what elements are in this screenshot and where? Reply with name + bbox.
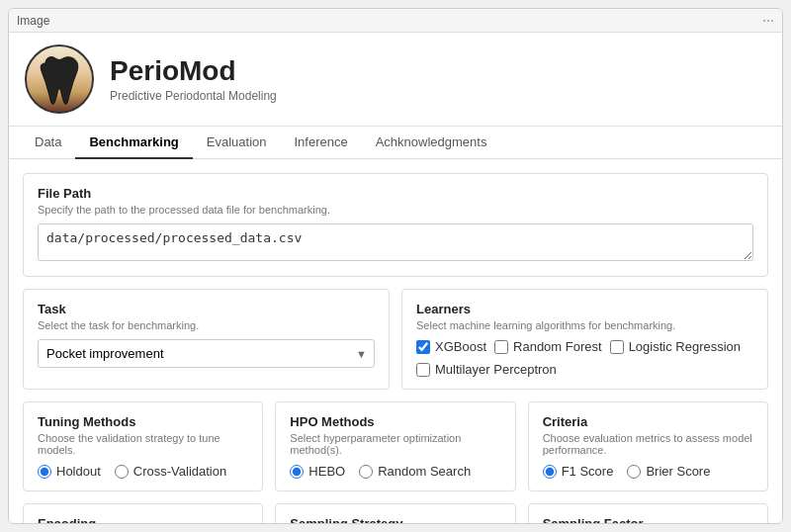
sampling-factor-section: Sampling Factor Specify a factor for res…: [528, 503, 768, 523]
task-title: Task: [38, 302, 375, 316]
task-learners-row: Task Select the task for benchmarking. P…: [23, 289, 768, 390]
learner-xgboost[interactable]: XGBoost: [416, 339, 486, 354]
hpo-title: HPO Methods: [290, 414, 500, 429]
learners-section: Learners Select machine learning algorit…: [401, 289, 768, 390]
learners-checkboxes: XGBoost Random Forest Logistic Regressio…: [416, 339, 753, 377]
task-desc: Select the task for benchmarking.: [38, 319, 375, 331]
learner-random-forest[interactable]: Random Forest: [494, 339, 602, 354]
tab-benchmarking[interactable]: Benchmarking: [75, 127, 192, 159]
learner-logistic-regression-checkbox[interactable]: [610, 340, 624, 354]
learner-xgboost-checkbox[interactable]: [416, 340, 430, 354]
sampling-strategy-title: Sampling Strategy: [290, 516, 500, 523]
criteria-section: Criteria Choose evaluation metrics to as…: [528, 401, 768, 491]
criteria-desc: Choose evaluation metrics to assess mode…: [543, 432, 753, 456]
hpo-rs-radio[interactable]: [359, 465, 373, 479]
learners-desc: Select machine learning algorithms for b…: [416, 319, 753, 331]
criteria-brier[interactable]: Brier Score: [627, 464, 710, 479]
criteria-radio-group: F1 Score Brier Score: [543, 464, 753, 479]
tuning-radio-group: Holdout Cross-Validation: [38, 464, 248, 479]
criteria-f1-label: F1 Score: [562, 464, 614, 479]
hpo-hebo[interactable]: HEBO: [290, 464, 345, 479]
hpo-rs-label: Random Search: [378, 464, 471, 479]
tuning-cv-radio[interactable]: [115, 465, 129, 479]
tuning-cross-validation[interactable]: Cross-Validation: [115, 464, 226, 479]
tuning-holdout-label: Holdout: [56, 464, 101, 479]
main-content: File Path Specify the path to the proces…: [9, 159, 782, 523]
learner-random-forest-checkbox[interactable]: [494, 340, 508, 354]
criteria-brier-radio[interactable]: [627, 465, 641, 479]
sampling-factor-title: Sampling Factor: [543, 516, 753, 523]
hpo-hebo-radio[interactable]: [290, 465, 304, 479]
hpo-hebo-label: HEBO: [308, 464, 345, 479]
window-title: Image: [17, 14, 49, 28]
task-select[interactable]: Pocket improvement: [38, 339, 375, 368]
learner-xgboost-label: XGBoost: [435, 339, 486, 354]
hpo-radio-group: HEBO Random Search: [290, 464, 500, 479]
tab-bar: Data Benchmarking Evaluation Inference A…: [9, 127, 782, 159]
criteria-title: Criteria: [543, 414, 753, 429]
tuning-holdout[interactable]: Holdout: [38, 464, 101, 479]
tuning-title: Tuning Methods: [38, 414, 248, 429]
tab-inference[interactable]: Inference: [281, 127, 362, 159]
criteria-f1[interactable]: F1 Score: [543, 464, 614, 479]
titlebar: Image ⋯: [9, 9, 782, 33]
tuning-desc: Choose the validation strategy to tune m…: [38, 432, 248, 456]
encoding-sampling-row: Encoding Select encoding type(s) for cat…: [23, 503, 768, 523]
tuning-cv-label: Cross-Validation: [133, 464, 226, 479]
window-controls[interactable]: ⋯: [762, 14, 774, 28]
file-path-section: File Path Specify the path to the proces…: [23, 173, 768, 277]
task-select-wrapper: Pocket improvement ▼: [38, 339, 375, 368]
encoding-section: Encoding Select encoding type(s) for cat…: [23, 503, 263, 523]
learner-logistic-regression-label: Logistic Regression: [629, 339, 741, 354]
tuning-section: Tuning Methods Choose the validation str…: [23, 401, 263, 491]
tab-data[interactable]: Data: [21, 127, 75, 159]
app-logo: [25, 44, 94, 114]
tuning-holdout-radio[interactable]: [38, 465, 51, 479]
task-section: Task Select the task for benchmarking. P…: [23, 289, 390, 390]
hpo-section: HPO Methods Select hyperparameter optimi…: [275, 401, 515, 491]
learner-logistic-regression[interactable]: Logistic Regression: [610, 339, 741, 354]
learners-title: Learners: [416, 302, 753, 316]
encoding-title: Encoding: [38, 516, 248, 523]
learner-multilayer-perceptron-label: Multilayer Perceptron: [435, 362, 557, 377]
learner-multilayer-perceptron-checkbox[interactable]: [416, 363, 430, 377]
app-name-block: PerioMod Predictive Periodontal Modeling: [110, 55, 277, 103]
learner-random-forest-label: Random Forest: [513, 339, 602, 354]
hpo-random-search[interactable]: Random Search: [359, 464, 471, 479]
app-name: PerioMod: [110, 55, 277, 87]
tab-evaluation[interactable]: Evaluation: [193, 127, 281, 159]
file-path-desc: Specify the path to the processed data f…: [38, 204, 753, 216]
tuning-hpo-criteria-row: Tuning Methods Choose the validation str…: [23, 401, 768, 491]
file-path-title: File Path: [38, 186, 753, 201]
file-path-input[interactable]: data/processed/processed_data.csv: [38, 223, 753, 261]
learner-multilayer-perceptron[interactable]: Multilayer Perceptron: [416, 362, 557, 377]
sampling-strategy-section: Sampling Strategy Choose a sampling stra…: [275, 503, 515, 523]
hpo-desc: Select hyperparameter optimization metho…: [290, 432, 500, 456]
main-window: Image ⋯ PerioMod Predictive Periodontal …: [8, 8, 783, 524]
app-header: PerioMod Predictive Periodontal Modeling: [9, 33, 782, 127]
tab-acknowledgments[interactable]: Achknowledgments: [362, 127, 501, 159]
app-subtitle: Predictive Periodontal Modeling: [110, 89, 277, 103]
criteria-brier-label: Brier Score: [646, 464, 710, 479]
criteria-f1-radio[interactable]: [543, 465, 557, 479]
